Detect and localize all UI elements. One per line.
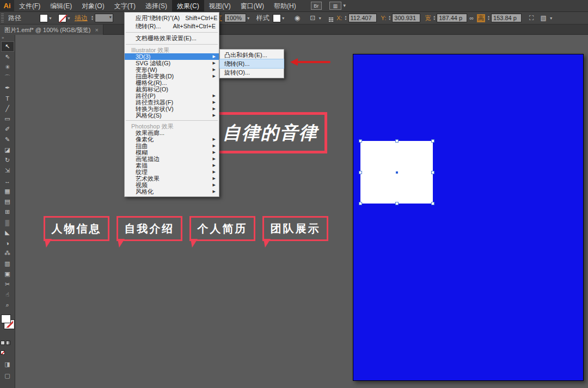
menu-item[interactable]: 裁剪标记(O)	[125, 86, 219, 93]
menu-item[interactable]: 栅格化(R)...	[125, 79, 219, 86]
menu-item[interactable]: 素描▶	[125, 162, 219, 169]
line-segment-tool[interactable]: ╱	[1, 103, 14, 114]
menu-item[interactable]: 风格化(S)▶	[125, 112, 219, 119]
menu-item[interactable]: 3D(3)▶	[125, 53, 219, 60]
opacity-field[interactable]: 100%	[224, 14, 246, 22]
menu-item[interactable]: 视频▶	[125, 182, 219, 188]
menubar-item[interactable]: 效果(C)	[172, 0, 204, 12]
isolate-icon[interactable]: ▧	[540, 14, 546, 22]
paintbrush-tool[interactable]: ✐	[1, 124, 14, 134]
selection-handle[interactable]	[359, 171, 362, 174]
bubble-label[interactable]: 自我介绍	[117, 216, 182, 241]
menubar-item[interactable]: 帮助(H)	[269, 0, 301, 12]
stroke-color-swatch[interactable]	[58, 14, 66, 22]
hand-tool[interactable]: ☝	[1, 290, 14, 300]
menubar-item[interactable]: 文件(F)	[14, 0, 45, 12]
none-button[interactable]	[1, 350, 5, 355]
direct-selection-tool[interactable]: ⇖	[1, 52, 14, 62]
color-button[interactable]	[1, 341, 5, 345]
menubar-item[interactable]: 视图(V)	[204, 0, 236, 12]
mesh-tool[interactable]: ⊞	[1, 207, 14, 217]
menu-item[interactable]: 绕转(R)...Alt+Shift+Ctrl+E	[125, 22, 219, 30]
x-field[interactable]: 112.407	[348, 14, 377, 22]
shape-builder-tool[interactable]: ▦	[1, 186, 14, 196]
rectangle-tool[interactable]: ▭	[1, 114, 14, 124]
chevron-down-icon[interactable]: ▼	[48, 16, 52, 20]
chevron-down-icon[interactable]: ▼	[281, 16, 285, 20]
selection-handle[interactable]	[431, 202, 434, 205]
scale-tool[interactable]: ⇲	[1, 165, 14, 176]
gradient-tool[interactable]: ▒	[1, 217, 14, 227]
menu-item[interactable]: 转换为形状(V)▶	[125, 106, 219, 112]
magic-wand-tool[interactable]: ✳	[1, 62, 14, 72]
column-graph-tool[interactable]: ▥	[1, 258, 14, 269]
selection-handle[interactable]	[359, 202, 362, 205]
selection-handle[interactable]	[359, 139, 362, 143]
menu-item[interactable]: 扭曲▶	[125, 143, 219, 149]
pencil-tool[interactable]: ✎	[1, 134, 14, 145]
eyedropper-tool[interactable]: ◣	[1, 227, 14, 238]
selection-tool[interactable]: ↖	[1, 41, 14, 52]
width-tool[interactable]: ↔	[1, 176, 14, 186]
rotate-tool[interactable]: ↻	[1, 155, 14, 165]
stroke-weight-dropdown[interactable]	[95, 14, 113, 22]
panel-grip[interactable]	[1, 14, 4, 22]
panel-collapse-icon[interactable]: »	[0, 35, 4, 41]
bubble-label[interactable]: 个人简历	[189, 216, 255, 241]
menu-item[interactable]: 像素化▶	[125, 136, 219, 143]
selection-handle[interactable]	[395, 202, 399, 205]
menu-item[interactable]: SVG 滤镜(G)▶	[125, 60, 219, 66]
menubar-item[interactable]: 选择(S)	[140, 0, 172, 12]
document-tab[interactable]: 图片1.emf* @ 100% (RGB/预览) ×	[0, 24, 103, 35]
menubar-item[interactable]: 窗口(W)	[236, 0, 269, 12]
gradient-button[interactable]	[6, 341, 10, 345]
close-icon[interactable]: ×	[95, 25, 98, 35]
height-stepper[interactable]: ▲▼	[487, 15, 490, 21]
menu-item[interactable]: 路径(P)▶	[125, 93, 219, 99]
height-field[interactable]: 153.84 p	[491, 14, 522, 22]
pen-tool[interactable]: ✒	[1, 83, 14, 93]
transform-icon[interactable]: ⛶	[529, 14, 534, 22]
slice-tool[interactable]: ✂	[1, 279, 14, 290]
style-swatch[interactable]	[273, 14, 281, 22]
stroke-link[interactable]: 描边	[75, 14, 88, 23]
fill-color-swatch[interactable]	[40, 14, 48, 22]
chevron-down-icon[interactable]: ▼	[247, 16, 250, 20]
align-options-icon[interactable]: ⊡	[310, 14, 315, 22]
y-field[interactable]: 300.931	[392, 14, 420, 22]
chevron-down-icon[interactable]: ▼	[318, 16, 322, 20]
chevron-down-icon[interactable]: ▼	[549, 16, 553, 20]
lasso-tool[interactable]: ⌒	[1, 72, 14, 83]
perspective-grid-tool[interactable]: ▤	[1, 196, 14, 207]
menu-item[interactable]: 纹理▶	[125, 169, 219, 175]
recolor-artwork-icon[interactable]: ◉	[295, 14, 300, 22]
menubar-item[interactable]: 文字(T)	[109, 0, 140, 12]
menu-item[interactable]: 艺术效果▶	[125, 175, 219, 182]
menu-item[interactable]: 风格化▶	[125, 188, 219, 195]
bridge-icon[interactable]: Br	[311, 2, 322, 10]
selection-handle[interactable]	[431, 139, 434, 143]
workspace-switcher[interactable]: ▥ ▼	[329, 2, 347, 10]
width-stepper[interactable]: ▲▼	[433, 15, 436, 21]
menubar-item[interactable]: 对象(O)	[77, 0, 109, 12]
x-stepper[interactable]: ▲▼	[345, 15, 347, 21]
menu-item[interactable]: 模糊▶	[125, 149, 219, 156]
link-dimensions-icon[interactable]: ∞	[469, 15, 474, 21]
zoom-tool[interactable]: ⌕	[1, 300, 14, 310]
menu-item[interactable]: 文档栅格效果设置(E)...	[125, 34, 219, 42]
drawing-mode-button[interactable]: ◨	[4, 360, 10, 368]
selection-handle[interactable]	[431, 171, 434, 174]
reference-point-locator[interactable]	[329, 17, 330, 19]
symbol-sprayer-tool[interactable]: ⁂	[1, 248, 14, 258]
bubble-label[interactable]: 人物信息	[44, 216, 109, 241]
screen-mode-button[interactable]: ▢	[4, 371, 10, 380]
fill-swatch[interactable]	[1, 315, 11, 323]
menu-item[interactable]: 扭曲和变换(D)▶	[125, 73, 219, 79]
stroke-weight-stepper[interactable]: ▲▼	[91, 15, 94, 21]
selection-handle[interactable]	[395, 139, 399, 143]
type-tool[interactable]: T	[1, 93, 14, 103]
eraser-tool[interactable]: ◪	[1, 145, 14, 155]
menu-item[interactable]: 路径查找器(F)▶	[125, 99, 219, 106]
y-stepper[interactable]: ▲▼	[388, 15, 391, 21]
submenu-item[interactable]: 凸出和斜角(E)...	[220, 51, 284, 59]
